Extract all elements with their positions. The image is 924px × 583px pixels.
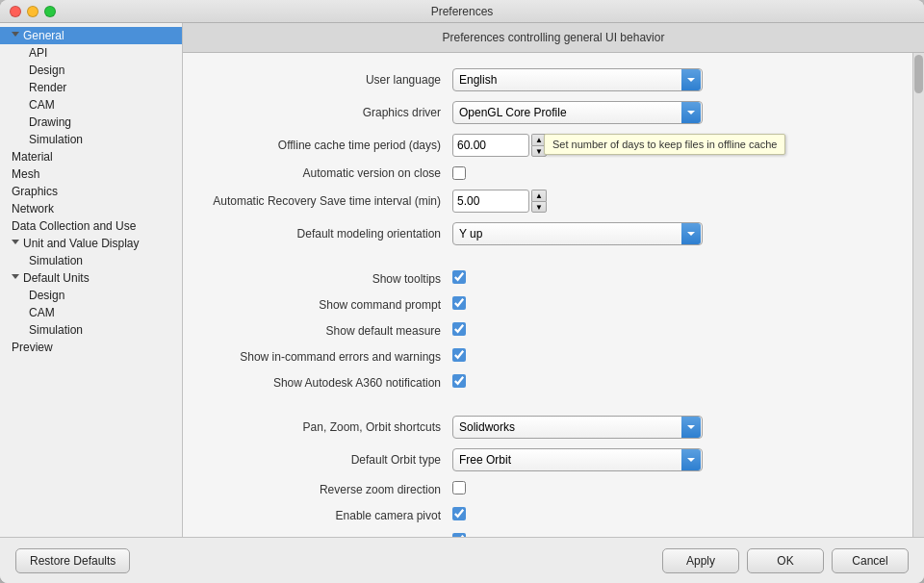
sidebar-network-label: Network <box>12 202 54 215</box>
sidebar-item-render[interactable]: Render <box>0 79 182 96</box>
sidebar-item-default-units[interactable]: Default Units <box>0 269 182 287</box>
default-modeling-select-wrapper: Y up Z up <box>452 222 703 245</box>
offline-cache-row: Offline cache time period (days) 60.00 ▲… <box>202 134 889 157</box>
sidebar-item-network[interactable]: Network <box>0 200 182 217</box>
sidebar-unit-label: Unit and Value Display <box>23 237 140 250</box>
triangle-icon <box>12 274 19 283</box>
default-orbit-select[interactable]: Free Orbit Constrained Orbit <box>452 448 703 471</box>
sidebar: General API Design Render CAM Drawing Si… <box>0 23 183 537</box>
graphics-driver-control: OpenGL Core Profile OpenGL Legacy Direct… <box>452 101 703 124</box>
titlebar-buttons <box>10 6 56 17</box>
sidebar-item-simulation[interactable]: Simulation <box>0 131 182 148</box>
default-orbit-row: Default Orbit type Free Orbit Constraine… <box>202 448 889 471</box>
titlebar: Preferences <box>0 0 924 23</box>
show-command-row: Show command prompt <box>202 296 889 313</box>
pan-zoom-select-wrapper: Solidworks Fusion Alias Inventor AutoCAD <box>452 416 703 439</box>
sidebar-item-design2[interactable]: Design <box>0 287 182 304</box>
scrollbar-thumb[interactable] <box>914 55 923 93</box>
sidebar-mesh-label: Mesh <box>12 167 39 181</box>
sidebar-item-material[interactable]: Material <box>0 148 182 165</box>
show-errors-control <box>452 348 703 365</box>
sidebar-sim3-label: Simulation <box>29 323 83 337</box>
sidebar-item-graphics[interactable]: Graphics <box>0 183 182 200</box>
auto-version-checkbox-wrapper <box>452 166 703 180</box>
sidebar-item-unit-value[interactable]: Unit and Value Display <box>0 235 182 252</box>
show-tooltips-checkbox[interactable] <box>452 270 466 284</box>
sidebar-item-general[interactable]: General <box>0 27 182 44</box>
offline-cache-label: Offline cache time period (days) <box>202 139 452 152</box>
sidebar-design-label: Design <box>29 63 64 77</box>
sidebar-item-api[interactable]: API <box>0 44 182 62</box>
auto-recovery-increment[interactable]: ▲ <box>531 190 547 201</box>
main-content: General API Design Render CAM Drawing Si… <box>0 23 924 537</box>
show-measure-control <box>452 322 703 339</box>
pan-zoom-select[interactable]: Solidworks Fusion Alias Inventor AutoCAD <box>452 416 703 439</box>
graphics-driver-select[interactable]: OpenGL Core Profile OpenGL Legacy Direct… <box>452 101 703 124</box>
enable-camera-checkbox[interactable] <box>452 507 466 520</box>
default-modeling-select[interactable]: Y up Z up <box>452 222 703 245</box>
offline-cache-tooltip: Set number of days to keep files in offl… <box>544 134 785 155</box>
minimize-button[interactable] <box>27 6 38 17</box>
sidebar-preview-label: Preview <box>12 341 53 354</box>
sidebar-item-design[interactable]: Design <box>0 62 182 79</box>
graphics-driver-row: Graphics driver OpenGL Core Profile Open… <box>202 101 889 124</box>
enable-camera-label: Enable camera pivot <box>202 509 452 522</box>
restore-defaults-button[interactable]: Restore Defaults <box>15 548 130 573</box>
user-language-control: English French German Japanese Chinese <box>452 68 703 91</box>
sidebar-drawing-label: Drawing <box>29 115 71 129</box>
pan-zoom-label: Pan, Zoom, Orbit shortcuts <box>202 420 452 434</box>
show-measure-row: Show default measure <box>202 322 889 339</box>
reverse-zoom-checkbox[interactable] <box>452 481 466 494</box>
default-orbit-control: Free Orbit Constrained Orbit <box>452 448 703 471</box>
sidebar-sim2-label: Simulation <box>29 254 83 267</box>
graphics-driver-select-wrapper: OpenGL Core Profile OpenGL Legacy Direct… <box>452 101 703 124</box>
auto-version-control <box>452 166 703 180</box>
sidebar-material-label: Material <box>12 150 53 164</box>
sidebar-simulation-label: Simulation <box>29 133 83 146</box>
show-tooltips-row: Show tooltips <box>202 270 889 287</box>
auto-recovery-row: Automatic Recovery Save time interval (m… <box>202 190 889 213</box>
sidebar-item-simulation2[interactable]: Simulation <box>0 252 182 269</box>
auto-recovery-spinner: 5.00 ▲ ▼ <box>452 190 703 213</box>
sidebar-item-simulation3[interactable]: Simulation <box>0 321 182 339</box>
show-command-checkbox[interactable] <box>452 296 466 310</box>
sidebar-item-data-collection[interactable]: Data Collection and Use <box>0 217 182 235</box>
maximize-button[interactable] <box>44 6 56 17</box>
right-buttons: Apply OK Cancel <box>662 548 909 573</box>
use-gesture-checkbox[interactable] <box>452 533 466 537</box>
sidebar-item-cam2[interactable]: CAM <box>0 304 182 321</box>
cancel-button[interactable]: Cancel <box>832 548 909 573</box>
show-measure-checkbox[interactable] <box>452 322 466 336</box>
show-errors-checkbox[interactable] <box>452 348 466 362</box>
user-language-select[interactable]: English French German Japanese Chinese <box>452 68 703 91</box>
pan-zoom-row: Pan, Zoom, Orbit shortcuts Solidworks Fu… <box>202 416 889 439</box>
close-button[interactable] <box>10 6 21 17</box>
auto-recovery-input[interactable]: 5.00 <box>452 190 529 213</box>
show-command-label: Show command prompt <box>202 298 452 312</box>
reverse-zoom-label: Reverse zoom direction <box>202 483 452 496</box>
sidebar-graphics-label: Graphics <box>12 185 58 198</box>
scrollbar-track[interactable] <box>912 53 924 537</box>
sidebar-item-preview[interactable]: Preview <box>0 339 182 356</box>
auto-recovery-decrement[interactable]: ▼ <box>531 201 547 213</box>
sidebar-data-label: Data Collection and Use <box>12 219 136 233</box>
offline-cache-input[interactable]: 60.00 <box>452 134 529 157</box>
ok-button[interactable]: OK <box>747 548 824 573</box>
sidebar-api-label: API <box>29 46 47 60</box>
reverse-zoom-control <box>452 481 703 497</box>
show-a360-checkbox[interactable] <box>452 374 466 388</box>
sidebar-item-cam[interactable]: CAM <box>0 96 182 114</box>
auto-version-checkbox[interactable] <box>452 166 466 180</box>
use-gesture-row: Use gesture-based view navigation <box>202 533 889 537</box>
apply-button[interactable]: Apply <box>662 548 739 573</box>
bottom-bar: Restore Defaults Apply OK Cancel <box>0 537 924 583</box>
user-language-label: User language <box>202 73 452 87</box>
auto-recovery-label: Automatic Recovery Save time interval (m… <box>202 194 452 208</box>
sidebar-item-mesh[interactable]: Mesh <box>0 165 182 183</box>
section-spacer-1 <box>202 255 889 270</box>
sidebar-defaultunits-label: Default Units <box>23 271 90 285</box>
sidebar-item-drawing[interactable]: Drawing <box>0 114 182 131</box>
enable-camera-control <box>452 507 703 523</box>
sidebar-render-label: Render <box>29 81 66 94</box>
triangle-icon <box>12 240 19 248</box>
